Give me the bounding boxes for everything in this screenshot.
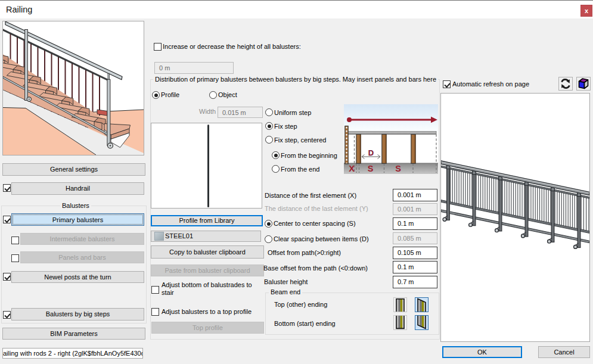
- svg-text:D: D: [368, 148, 374, 157]
- svg-text:S: S: [395, 164, 401, 173]
- svg-text:S: S: [368, 164, 374, 173]
- svg-text:X: X: [349, 164, 355, 173]
